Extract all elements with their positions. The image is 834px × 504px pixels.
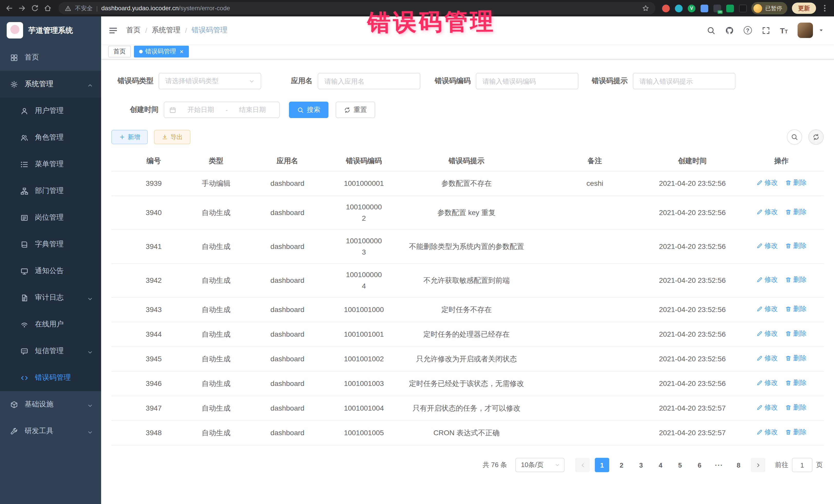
total-count: 共 76 条 bbox=[483, 460, 507, 469]
extension-icon-red[interactable] bbox=[662, 4, 670, 12]
sidebar-toggle-icon[interactable] bbox=[108, 25, 118, 35]
tab-home[interactable]: 首页 bbox=[108, 46, 131, 58]
tab-error-code[interactable]: 错误码管理× bbox=[134, 46, 189, 58]
delete-link[interactable]: 删除 bbox=[785, 178, 807, 188]
app-logo[interactable]: 芋道管理系统 bbox=[0, 17, 101, 44]
table-row: 3946自动生成dashboard1001001003定时任务已经处于该状态，无… bbox=[111, 372, 824, 396]
delete-link[interactable]: 删除 bbox=[785, 304, 807, 314]
prev-page-button[interactable] bbox=[575, 458, 590, 472]
browser-menu-icon[interactable] bbox=[821, 4, 829, 12]
table-row: 3941自动生成dashboard100100000 3不能删除类型为系统内置的… bbox=[111, 230, 824, 264]
delete-link[interactable]: 删除 bbox=[785, 241, 807, 251]
sidebar-item-infra[interactable]: 基础设施 bbox=[0, 391, 101, 418]
edit-link[interactable]: 修改 bbox=[756, 207, 778, 217]
error-code-input[interactable] bbox=[476, 73, 578, 89]
page-button-8[interactable]: 8 bbox=[731, 458, 746, 472]
page-button-1[interactable]: 1 bbox=[595, 458, 609, 472]
error-type-select[interactable]: 请选择错误码类型 bbox=[159, 73, 261, 89]
delete-link[interactable]: 删除 bbox=[785, 328, 807, 339]
sidebar-item-dept[interactable]: 部门管理 bbox=[0, 178, 101, 204]
bookmark-star-icon[interactable] bbox=[642, 5, 649, 12]
reload-button[interactable] bbox=[31, 4, 39, 12]
chevron-down-icon bbox=[87, 401, 93, 407]
close-icon[interactable]: × bbox=[180, 48, 183, 55]
sidebar-item-error-code[interactable]: 错误码管理 bbox=[0, 365, 101, 391]
delete-link[interactable]: 删除 bbox=[785, 402, 807, 413]
reset-button[interactable]: 重置 bbox=[336, 102, 375, 118]
cell-type: 自动生成 bbox=[196, 326, 236, 343]
edit-link[interactable]: 修改 bbox=[756, 353, 778, 364]
delete-icon bbox=[785, 404, 791, 411]
sidebar-item-audit-log[interactable]: 审计日志 bbox=[0, 284, 101, 311]
extension-icon-green-v[interactable]: V bbox=[688, 4, 696, 12]
edit-link[interactable]: 修改 bbox=[756, 241, 778, 251]
delete-link[interactable]: 删除 bbox=[785, 427, 807, 437]
edit-link[interactable]: 修改 bbox=[756, 427, 778, 437]
extension-icon-grid[interactable] bbox=[701, 4, 708, 12]
edit-link[interactable]: 修改 bbox=[756, 402, 778, 413]
search-button[interactable]: 搜索 bbox=[289, 102, 328, 118]
page-button-5[interactable]: 5 bbox=[673, 458, 687, 472]
extension-icon-on-badge[interactable] bbox=[714, 4, 721, 12]
avatar-caret-icon[interactable] bbox=[819, 28, 824, 33]
app-name-input[interactable] bbox=[318, 73, 420, 89]
edit-link[interactable]: 修改 bbox=[756, 328, 778, 339]
extension-icon-cyan[interactable] bbox=[675, 4, 683, 12]
breadcrumb-item[interactable]: 首页 bbox=[126, 26, 140, 35]
delete-icon bbox=[785, 209, 791, 215]
cell-message: 定时任务已经处于该状态，无需修改 bbox=[389, 375, 544, 392]
export-button[interactable]: 导出 bbox=[154, 130, 191, 144]
address-bar[interactable]: 不安全 | dashboard.yudao.iocoder.cn/system/… bbox=[59, 2, 655, 14]
toggle-search-button[interactable] bbox=[787, 129, 802, 145]
edit-link[interactable]: 修改 bbox=[756, 178, 778, 188]
breadcrumb-item[interactable]: 系统管理 bbox=[152, 26, 180, 35]
sidebar-item-role[interactable]: 角色管理 bbox=[0, 124, 101, 151]
add-button[interactable]: 新增 bbox=[111, 130, 148, 144]
page-button-4[interactable]: 4 bbox=[653, 458, 668, 472]
sidebar-item-home[interactable]: 首页 bbox=[0, 44, 101, 71]
more-pages-button[interactable]: ··· bbox=[712, 458, 726, 472]
refresh-table-button[interactable] bbox=[808, 129, 824, 145]
sidebar-item-dict[interactable]: 字典管理 bbox=[0, 231, 101, 258]
page-button-6[interactable]: 6 bbox=[692, 458, 707, 472]
sidebar-item-user[interactable]: 用户管理 bbox=[0, 97, 101, 124]
edit-link[interactable]: 修改 bbox=[756, 275, 778, 285]
help-icon[interactable]: ? bbox=[743, 26, 752, 35]
sidebar-item-system[interactable]: 系统管理 bbox=[0, 71, 101, 97]
sidebar-item-menu[interactable]: 菜单管理 bbox=[0, 151, 101, 178]
home-button[interactable] bbox=[44, 4, 52, 12]
page-button-2[interactable]: 2 bbox=[614, 458, 629, 472]
edit-link[interactable]: 修改 bbox=[756, 304, 778, 314]
delete-link[interactable]: 删除 bbox=[785, 353, 807, 364]
back-button[interactable] bbox=[5, 4, 13, 12]
sidebar-item-notice[interactable]: 通知公告 bbox=[0, 258, 101, 284]
update-button[interactable]: 更新 bbox=[792, 3, 816, 14]
forward-button[interactable] bbox=[18, 4, 26, 12]
delete-link[interactable]: 删除 bbox=[785, 275, 807, 285]
next-page-button[interactable] bbox=[751, 458, 765, 472]
goto-page-input[interactable] bbox=[792, 458, 812, 472]
profile-badge[interactable]: 已暂停 bbox=[751, 2, 787, 14]
user-avatar[interactable] bbox=[797, 23, 813, 38]
sidebar-item-label: 通知公告 bbox=[35, 266, 64, 276]
page-size-select[interactable]: 10条/页 bbox=[515, 458, 565, 472]
sidebar-item-sms[interactable]: 短信管理 bbox=[0, 338, 101, 365]
font-size-icon[interactable]: TT bbox=[780, 26, 788, 34]
header-search-icon[interactable] bbox=[706, 26, 715, 35]
table-tools bbox=[787, 129, 824, 145]
delete-link[interactable]: 删除 bbox=[785, 207, 807, 217]
error-message-input[interactable] bbox=[633, 73, 736, 89]
sidebar-item-devtools[interactable]: 研发工具 bbox=[0, 418, 101, 444]
page-button-3[interactable]: 3 bbox=[634, 458, 648, 472]
sidebar-item-post[interactable]: 岗位管理 bbox=[0, 204, 101, 231]
fullscreen-icon[interactable] bbox=[761, 26, 770, 35]
sidebar-item-online-user[interactable]: 在线用户 bbox=[0, 311, 101, 338]
delete-link[interactable]: 删除 bbox=[785, 378, 807, 388]
extension-icon-pin[interactable] bbox=[739, 4, 747, 12]
cell-created: 2021-04-20 23:52:56 bbox=[646, 375, 739, 392]
create-time-range-picker[interactable]: 开始日期 - 结束日期 bbox=[164, 102, 280, 118]
edit-link[interactable]: 修改 bbox=[756, 378, 778, 388]
github-icon[interactable] bbox=[725, 26, 734, 35]
extension-icon-leaf[interactable] bbox=[726, 4, 734, 12]
chevron-right-icon bbox=[755, 462, 761, 468]
